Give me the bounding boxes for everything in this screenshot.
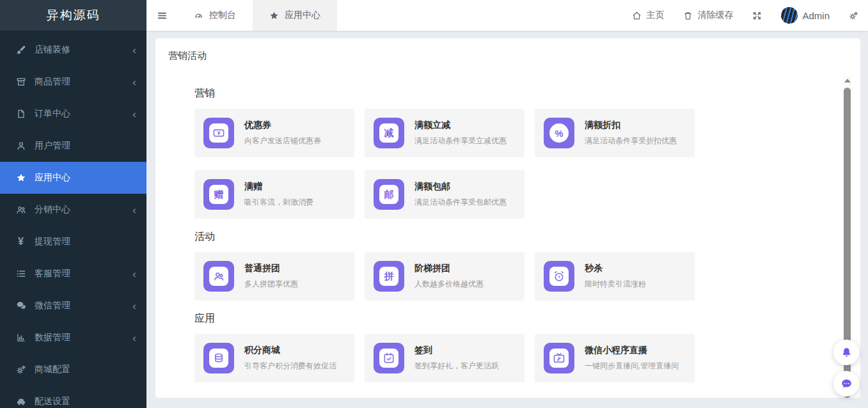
- card-description: 满足活动条件享受包邮优惠: [414, 197, 507, 208]
- sidebar-item[interactable]: ¥ 提现管理 ‹: [0, 226, 146, 258]
- username: Admin: [802, 10, 830, 21]
- tab-label: 应用中心: [285, 10, 320, 21]
- section-heading: 应用: [194, 312, 695, 325]
- home-icon: [632, 11, 642, 20]
- topbar-tab[interactable]: 控制台: [177, 0, 253, 31]
- coupon-icon: ¥: [203, 118, 234, 148]
- content-card: 营销活动 营销 ¥ 优惠券 向客户发送店铺优惠券: [155, 38, 860, 398]
- products-icon: [15, 77, 26, 88]
- floating-button[interactable]: [833, 371, 859, 396]
- chevron-left-icon: ‹: [132, 301, 136, 311]
- app-card[interactable]: 积分商城 引导客户积分消费有效促活: [194, 334, 354, 382]
- section-heading: 营销: [194, 87, 695, 100]
- tile-text: 签到 签到享好礼，客户更活跃: [414, 345, 499, 372]
- chevron-left-icon: ‹: [132, 77, 136, 88]
- star-icon: [15, 173, 26, 184]
- sidebar-item-label: 应用中心: [35, 172, 70, 184]
- dashboard-icon: [194, 11, 203, 20]
- app-card[interactable]: 秒杀 限时特卖引流涨粉: [535, 252, 695, 301]
- sidebar-item-label: 用户管理: [35, 140, 70, 152]
- star-icon: [269, 11, 279, 20]
- sign-in-icon: [374, 343, 404, 373]
- page-title: 营销活动: [168, 50, 207, 62]
- floating-button[interactable]: [833, 340, 859, 365]
- app-card[interactable]: 普通拼团 多人拼团享优惠: [194, 252, 354, 301]
- sidebar: 异构源码 店铺装修 ‹ 商品管理 ‹ 订单中心 ‹ 用户管理: [0, 0, 146, 408]
- app-card[interactable]: 邮 满额包邮 满足活动条件享受包邮优惠: [365, 170, 525, 219]
- app-card[interactable]: 微信小程序直播 一键同步直播间,管理直播间: [535, 334, 695, 382]
- tile-text: 优惠券 向客户发送店铺优惠券: [244, 120, 321, 146]
- scroll-up-arrow[interactable]: [844, 79, 851, 82]
- settings-button[interactable]: [839, 0, 868, 31]
- chevron-left-icon: ‹: [132, 269, 136, 279]
- group-buy-icon: [203, 261, 234, 292]
- sidebar-item[interactable]: 店铺装修 ‹: [0, 34, 146, 66]
- card-title: 满额包邮: [414, 181, 507, 192]
- topbar: 控制台 应用中心 主页 清除缓存 Admin: [146, 0, 868, 31]
- section-heading: 活动: [194, 230, 695, 243]
- ladder-group-icon: 拼: [374, 261, 404, 292]
- sidebar-item[interactable]: 用户管理 ‹: [0, 130, 146, 162]
- app-card[interactable]: 签到 签到享好礼，客户更活跃: [365, 334, 525, 382]
- chevron-left-icon: ‹: [132, 205, 136, 216]
- avatar: [781, 7, 798, 24]
- topbar-right: 主页 清除缓存 Admin: [622, 0, 868, 31]
- card-title: 满赠: [244, 181, 313, 192]
- card-title: 满额折扣: [585, 120, 677, 131]
- user-menu[interactable]: Admin: [771, 0, 839, 31]
- sidebar-item[interactable]: 应用中心 ‹: [0, 162, 146, 194]
- clear-cache-label: 清除缓存: [697, 10, 733, 21]
- card-description: 满足活动条件享受折扣优惠: [585, 136, 677, 146]
- brush-icon: [15, 45, 26, 56]
- chat-dots-icon: [840, 378, 853, 390]
- bell-icon: [840, 347, 853, 359]
- card-grid: 普通拼团 多人拼团享优惠 拼 阶梯拼团 人数越多价格越优惠: [194, 252, 695, 301]
- home-label: 主页: [646, 10, 664, 21]
- fullscreen-button[interactable]: [743, 0, 771, 31]
- tile-text: 普通拼团 多人拼团享优惠: [244, 263, 298, 290]
- card-description: 向客户发送店铺优惠券: [244, 136, 321, 146]
- card-description: 签到享好礼，客户更活跃: [414, 361, 499, 372]
- sidebar-item[interactable]: 配送设置 ‹: [0, 386, 146, 408]
- free-shipping-icon: 邮: [374, 179, 404, 210]
- sidebar-item[interactable]: 分销中心 ‹: [0, 194, 146, 226]
- gears-icon: [849, 11, 858, 20]
- sidebar-item-label: 订单中心: [35, 108, 70, 120]
- sidebar-item[interactable]: 数据管理 ‹: [0, 322, 146, 354]
- app-card[interactable]: 拼 阶梯拼团 人数越多价格越优惠: [365, 252, 525, 301]
- sidebar-item[interactable]: 客服管理 ‹: [0, 258, 146, 290]
- sidebar-toggle-button[interactable]: [146, 0, 177, 31]
- card-grid: 积分商城 引导客户积分消费有效促活 签到 签到享好礼，客户更活跃: [194, 334, 695, 382]
- chevron-left-icon: ‹: [132, 109, 136, 120]
- sidebar-item-label: 客服管理: [35, 268, 70, 279]
- full-reduction-icon: 减: [374, 118, 404, 148]
- sidebar-item[interactable]: 微信管理 ‹: [0, 290, 146, 322]
- svg-text:¥: ¥: [217, 130, 221, 136]
- sidebar-item-label: 提现管理: [35, 236, 70, 247]
- sidebar-item[interactable]: 商城配置 ‹: [0, 354, 146, 386]
- app-card[interactable]: 减 满额立减 满足活动条件享受立减优惠: [365, 109, 525, 157]
- tile-text: 微信小程序直播 一键同步直播间,管理直播间: [585, 345, 679, 372]
- card-description: 限时特卖引流涨粉: [585, 279, 646, 290]
- chart-icon: [15, 333, 26, 343]
- gift-icon: 赠: [203, 179, 234, 210]
- expand-icon: [752, 11, 762, 20]
- list-icon: [15, 269, 26, 279]
- sidebar-item[interactable]: 商品管理 ‹: [0, 66, 146, 98]
- sidebar-item-label: 数据管理: [35, 332, 70, 343]
- card-title: 签到: [414, 345, 499, 356]
- chevron-left-icon: ‹: [132, 333, 136, 343]
- app-card[interactable]: % 满额折扣 满足活动条件享受折扣优惠: [535, 109, 695, 157]
- home-link[interactable]: 主页: [622, 0, 674, 31]
- card-title: 普通拼团: [244, 263, 298, 274]
- clear-cache-link[interactable]: 清除缓存: [674, 0, 743, 31]
- card-description: 满足活动条件享受立减优惠: [414, 136, 507, 146]
- card-title: 满额立减: [414, 120, 507, 131]
- app-card[interactable]: ¥ 优惠券 向客户发送店铺优惠券: [194, 109, 354, 157]
- sidebar-item[interactable]: 订单中心 ‹: [0, 98, 146, 130]
- card-description: 人数越多价格越优惠: [414, 279, 484, 290]
- user-icon: [15, 141, 26, 152]
- topbar-tab[interactable]: 应用中心: [253, 0, 337, 31]
- chevron-left-icon: ‹: [132, 45, 136, 56]
- app-card[interactable]: 赠 满赠 吸引客流，刺激消费: [194, 170, 354, 219]
